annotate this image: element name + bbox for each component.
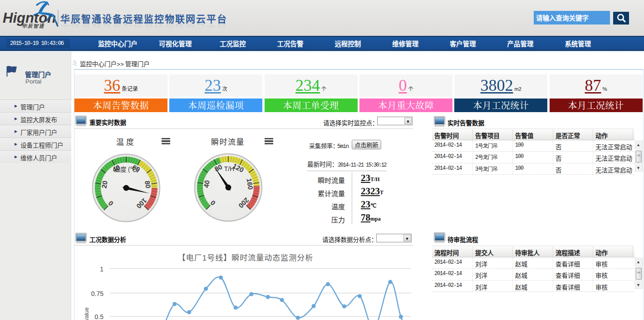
svg-text:80: 80: [143, 180, 153, 189]
svg-text:40: 40: [201, 179, 211, 188]
svg-text:温度 (℃): 温度 (℃): [114, 164, 139, 173]
svg-text:160: 160: [245, 177, 256, 190]
svg-text:T/H: T/H: [224, 164, 235, 173]
svg-text:20: 20: [99, 180, 109, 189]
